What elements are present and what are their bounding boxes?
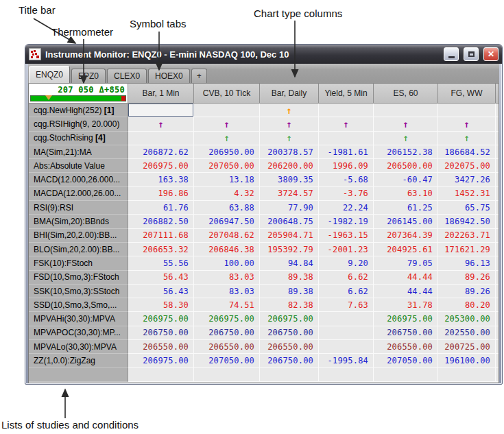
value-cell[interactable]: 89.38 [260, 285, 319, 298]
value-cell[interactable]: 206872.62 [128, 145, 194, 159]
condition-cell[interactable] [194, 104, 260, 117]
value-cell[interactable]: 65.75 [438, 201, 496, 215]
study-label[interactable]: BLO(Sim,20,2.00):BB... [29, 243, 128, 256]
value-cell[interactable]: 206152.38 [374, 145, 438, 159]
condition-arrow-green[interactable]: ↑ [374, 132, 438, 145]
value-cell[interactable]: 206750.00 [260, 326, 319, 340]
value-cell[interactable]: 163.38 [128, 173, 194, 186]
value-cell[interactable]: 82.38 [260, 298, 319, 312]
value-cell[interactable]: 3427.26 [438, 173, 496, 186]
value-cell[interactable]: 83.03 [194, 271, 260, 285]
value-cell[interactable]: 207050.00 [194, 354, 260, 367]
value-cell[interactable]: 89.26 [438, 285, 496, 298]
value-cell[interactable]: 206947.50 [194, 215, 260, 228]
value-cell[interactable]: -1982.19 [319, 215, 374, 228]
value-cell[interactable]: 207050.00 [374, 354, 438, 367]
condition-cell[interactable] [319, 132, 374, 145]
value-cell[interactable]: 200378.57 [260, 145, 319, 159]
condition-arrow-green[interactable]: ↑ [260, 132, 319, 145]
value-cell[interactable]: 206882.50 [128, 215, 194, 228]
value-cell[interactable]: 6.62 [319, 271, 374, 285]
value-cell[interactable]: 206975.00 [194, 312, 260, 326]
value-cell[interactable] [319, 340, 374, 354]
value-cell[interactable]: 22.24 [319, 201, 374, 215]
value-cell[interactable]: 63.10 [374, 187, 438, 201]
value-cell[interactable]: 195392.79 [260, 243, 319, 256]
value-cell[interactable]: 61.25 [374, 201, 438, 215]
condition-arrow-purple[interactable]: ↑ [128, 117, 194, 131]
value-cell[interactable]: 56.43 [128, 271, 194, 285]
value-cell[interactable]: 63.88 [194, 201, 260, 215]
value-cell[interactable]: 206550.00 [128, 340, 194, 354]
value-cell[interactable]: 100.00 [194, 256, 260, 270]
condition-label[interactable]: cqg.RSIHigh(9, 20.000) [29, 117, 128, 131]
condition-arrow-purple[interactable]: ↑ [194, 117, 260, 131]
condition-arrow-green[interactable]: ↑ [438, 132, 496, 145]
study-label[interactable]: Abs:Absolute Value [29, 159, 128, 173]
column-header-4[interactable]: Yield, 5 Min [319, 84, 374, 104]
minimize-button[interactable] [444, 47, 459, 61]
value-cell[interactable]: 200648.75 [260, 215, 319, 228]
value-cell[interactable]: 200725.00 [438, 340, 496, 354]
column-header-6[interactable]: FG, WW [438, 84, 496, 104]
value-cell[interactable]: 205904.71 [260, 229, 319, 243]
value-cell[interactable]: 206550.00 [260, 340, 319, 354]
value-cell[interactable]: 186684.52 [438, 145, 496, 159]
value-cell[interactable]: 206750.00 [128, 326, 194, 340]
condition-cell[interactable] [319, 104, 374, 117]
value-cell[interactable]: 61.76 [128, 201, 194, 215]
column-header-3[interactable]: Bar, Daily [260, 84, 319, 104]
value-cell[interactable]: 206975.00 [128, 159, 194, 173]
study-label[interactable]: FSK(10):FStoch [29, 256, 128, 270]
condition-arrow-orange[interactable]: ↑ [260, 104, 319, 117]
value-cell[interactable]: 83.03 [194, 285, 260, 298]
selected-cell[interactable] [128, 104, 194, 117]
value-cell[interactable]: -2001.23 [319, 243, 374, 256]
value-cell[interactable]: -60.47 [374, 173, 438, 186]
condition-cell[interactable] [128, 132, 194, 145]
study-label[interactable]: RSI(9):RSI [29, 201, 128, 215]
column-header-5[interactable]: ES, 60 [374, 84, 438, 104]
value-cell[interactable]: 206550.00 [374, 340, 438, 354]
column-header-1[interactable]: Bar, 1 Min [128, 84, 194, 104]
value-cell[interactable]: 206975.00 [374, 312, 438, 326]
tab-clex0[interactable]: CLEX0 [107, 69, 147, 83]
value-cell[interactable] [319, 326, 374, 340]
column-header-2[interactable]: CVB, 10 Tick [194, 84, 260, 104]
value-cell[interactable]: -3.76 [319, 187, 374, 201]
value-cell[interactable]: 205300.00 [438, 312, 496, 326]
condition-label[interactable]: cqg.NewHigh(252) [1] [29, 104, 128, 117]
study-label[interactable]: MPVAHi(30,30):MPVA [29, 312, 128, 326]
value-cell[interactable]: 206500.00 [374, 159, 438, 173]
condition-arrow-purple[interactable]: ↑ [260, 117, 319, 131]
value-cell[interactable]: 89.38 [260, 271, 319, 285]
value-cell[interactable]: 44.44 [374, 285, 438, 298]
value-cell[interactable]: 206653.32 [128, 243, 194, 256]
value-cell[interactable]: -5.68 [319, 173, 374, 186]
value-cell[interactable]: 206200.00 [260, 159, 319, 173]
value-cell[interactable]: -1995.84 [319, 354, 374, 367]
value-cell[interactable]: 31.78 [374, 298, 438, 312]
study-label[interactable]: MACD(12.000,26.000... [29, 173, 128, 186]
value-cell[interactable]: 7.63 [319, 298, 374, 312]
study-label[interactable]: BHI(Sim,20,2.00):BB... [29, 229, 128, 243]
value-cell[interactable]: 206975.00 [128, 312, 194, 326]
value-cell[interactable]: 186942.50 [438, 215, 496, 228]
tab-enqz0[interactable]: ENQZ0 [29, 66, 70, 83]
value-cell[interactable]: 77.90 [260, 201, 319, 215]
value-cell[interactable]: 74.51 [194, 298, 260, 312]
value-cell[interactable]: 196100.00 [438, 354, 496, 367]
value-cell[interactable]: 202550.00 [438, 326, 496, 340]
value-cell[interactable]: 202263.71 [438, 229, 496, 243]
condition-arrow-green[interactable]: ↑ [194, 132, 260, 145]
value-cell[interactable]: 1452.31 [438, 187, 496, 201]
tab-epz0[interactable]: EPZ0 [71, 69, 106, 83]
value-cell[interactable]: 207364.39 [374, 229, 438, 243]
value-cell[interactable]: 202075.00 [438, 159, 496, 173]
condition-arrow-purple[interactable]: ↑ [319, 117, 374, 131]
value-cell[interactable]: 207111.68 [128, 229, 194, 243]
value-cell[interactable]: 206975.00 [260, 312, 319, 326]
study-label[interactable]: MPVAPOC(30,30):MP... [29, 326, 128, 340]
close-button[interactable]: ✕ [483, 47, 499, 61]
condition-arrow-purple[interactable]: ↑ [374, 117, 438, 131]
